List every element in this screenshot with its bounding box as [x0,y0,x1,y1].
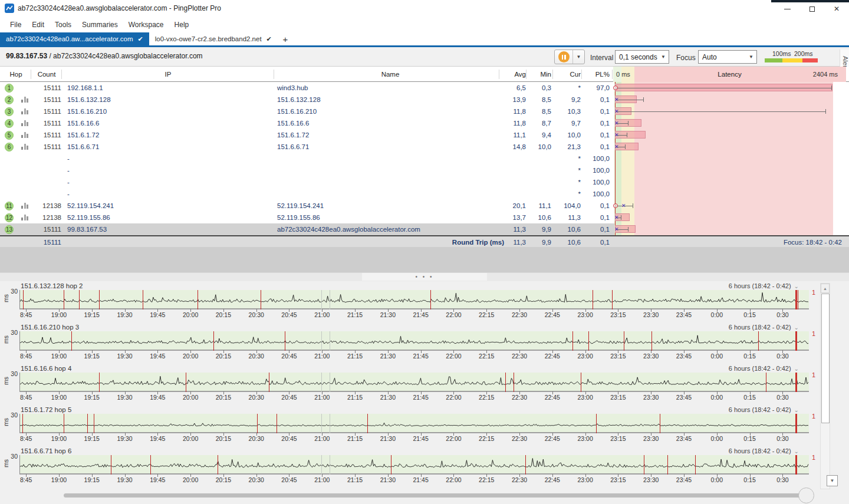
panel-splitter[interactable]: • • • [0,272,849,281]
target-summary: 99.83.167.53 / ab72c33024c428ea0.awsglob… [6,52,203,60]
mini-bars-icon[interactable] [21,120,29,126]
menu-item-tools[interactable]: Tools [50,17,77,32]
pause-dropdown-button[interactable]: ▼ [573,50,584,64]
column-header-cur[interactable]: Cur [554,67,581,82]
graph-plot-area[interactable] [19,414,809,433]
focus-select[interactable]: Auto ▼ [698,50,757,64]
graph-options-dropdown[interactable]: ▼ [827,475,838,486]
graph-range-label: 6 hours (18:42 - 0:42) [729,282,791,289]
graph-range-selector[interactable]: 6 hours (18:42 - 0:42)⌄ [649,365,799,372]
focus-marker-line [330,290,330,309]
cell-latency-graph: ✕ [614,141,833,153]
tabstrip: ab72c33024c428ea0.aw...accelerator.com✔l… [0,32,849,45]
pause-button[interactable] [555,50,573,64]
x-axis-label: 20:30 [242,394,271,401]
column-header-min[interactable]: Min [527,67,551,82]
x-axis-label: 20:45 [275,476,303,483]
mini-bars-icon[interactable] [21,203,29,209]
x-axis-label: 19:15 [78,476,106,483]
scroll-up-icon[interactable]: ▲ [821,284,830,293]
table-row[interactable]: -*100,0 [0,164,849,176]
menu-item-file[interactable]: File [5,17,27,32]
column-header-count[interactable]: Count [32,67,61,82]
cell-ip: 151.6.16.6 [67,117,99,129]
column-header-pl[interactable]: PL% [583,67,610,82]
x-axis-label: 21:45 [407,435,435,442]
time-scroll-thumb[interactable] [798,487,814,503]
column-header-avg[interactable]: Avg [500,67,526,82]
cell-ip: 52.119.155.86 [67,212,110,223]
graphs-vertical-scrollbar[interactable]: ▲ [820,283,830,489]
packet-loss-event-line [277,414,277,433]
mini-bars-icon[interactable] [21,144,29,150]
x-axis-label: 23:30 [637,353,665,360]
x-axis-label: 19:00 [45,353,73,360]
packet-loss-event-line [94,414,94,433]
latency-whisker-tick [831,85,832,90]
table-row[interactable]: 615111151.6.6.71151.6.6.7114,810,021,30,… [0,141,849,153]
x-axis-label: 22:00 [439,394,468,401]
table-row[interactable]: 111213852.119.154.24152.119.154.24120,11… [0,200,849,212]
target-tab-1[interactable]: ab72c33024c428ea0.aw...accelerator.com✔ [0,32,149,45]
table-row[interactable]: 115111192.168.1.1wind3.hub6,50,3*97,0 [0,82,849,94]
x-axis-label: 22:30 [505,353,534,360]
mini-bars-icon[interactable] [21,108,29,114]
mini-bars-icon[interactable] [21,215,29,220]
graph-plot-area[interactable] [19,290,809,309]
graph-range-selector[interactable]: 6 hours (18:42 - 0:42)⌄ [649,282,799,289]
time-scroll-track[interactable] [64,493,811,498]
x-axis-label: 22:00 [439,435,468,442]
scrollbar-thumb[interactable] [821,294,830,423]
table-row[interactable]: 215111151.6.132.128151.6.132.12813,98,59… [0,94,849,106]
cell-latency-graph [614,153,833,164]
focus-marker-line [330,414,330,433]
menu-item-help[interactable]: Help [169,17,195,32]
cell-latency-graph [614,82,833,94]
target-tab-2[interactable]: lo0-vxo-owe7-cr2.se.bredband2.net✔ [149,32,278,45]
cell-min [527,176,551,188]
column-header-hop[interactable]: Hop [2,67,29,82]
latency-whisker-line [616,88,832,88]
graph-plot-area[interactable] [19,373,809,392]
column-header-latency[interactable]: 0 ms Latency 2404 ms [613,67,846,82]
x-axis-label: 23:00 [571,476,600,483]
close-button[interactable]: ✕ [824,1,849,17]
packet-loss-event-line [64,290,64,309]
graph-range-selector[interactable]: 6 hours (18:42 - 0:42)⌄ [649,324,799,331]
menu-item-edit[interactable]: Edit [27,17,50,32]
table-row[interactable]: -*100,0 [0,188,849,200]
graph-plot-area[interactable] [19,455,809,475]
interval-select[interactable]: 0,1 seconds ▼ [615,50,669,64]
x-axis-label: 0:30 [768,476,797,483]
graph-plot-area[interactable] [19,331,809,351]
latency-whisker-line [616,100,644,100]
x-axis-label: 19:45 [143,476,172,483]
menu-item-summaries[interactable]: Summaries [77,17,123,32]
table-row[interactable]: 315111151.6.16.210151.6.16.21011,88,510,… [0,106,849,117]
graph-range-selector[interactable]: 6 hours (18:42 - 0:42)⌄ [649,406,799,413]
mini-bars-icon[interactable] [21,97,29,103]
table-row[interactable]: -*100,0 [0,176,849,188]
x-axis-label: 8:45 [12,311,40,318]
x-axis-label: 19:30 [111,353,139,360]
column-header-ip[interactable]: IP [62,67,274,82]
table-row[interactable]: 131511199.83.167.53ab72c33024c428ea0.aws… [0,223,849,235]
menu-item-workspace[interactable]: Workspace [123,17,169,32]
app-logo-icon [5,4,14,13]
graph-range-selector[interactable]: 6 hours (18:42 - 0:42)⌄ [649,447,799,454]
column-header-name[interactable]: Name [275,67,506,82]
table-row[interactable]: 515111151.6.1.72151.6.1.7211,19,410,00,1… [0,129,849,141]
table-row[interactable]: 121213852.119.155.8652.119.155.8613,710,… [0,212,849,223]
maximize-button[interactable] [799,1,824,17]
minimize-button[interactable] [775,1,799,17]
cell-name: ab72c33024c428ea0.awsglobalaccelerator.c… [277,223,420,235]
table-row[interactable]: 415111151.6.16.6151.6.16.611,88,79,70,1✕ [0,117,849,129]
cell-pl: 0,1 [583,200,610,212]
new-tab-button[interactable]: + [278,32,293,45]
mini-bars-icon[interactable] [21,132,29,138]
x-axis-label: 20:30 [242,311,271,318]
splitter-grip-icon[interactable]: • • • [362,273,486,281]
timeline-graph-hop: 151.6.1.72 hop 56 hours (18:42 - 0:42)⌄3… [0,406,820,447]
timeline-graph-hop: 151.6.16.210 hop 36 hours (18:42 - 0:42)… [0,324,820,365]
table-row[interactable]: -*100,0 [0,153,849,164]
